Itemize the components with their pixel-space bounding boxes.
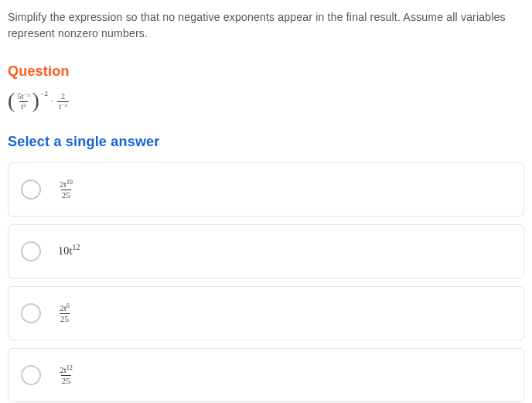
option-3[interactable]: 2t6 25 <box>8 286 524 340</box>
option-1-content: 2t10 25 <box>58 180 74 200</box>
left-paren: ( <box>8 90 15 111</box>
instructions-text: Simplify the expression so that no negat… <box>8 9 524 42</box>
question-heading: Question <box>8 63 524 80</box>
radio-icon <box>21 241 41 261</box>
options-list: 2t10 25 10t12 2t6 25 2t12 25 <box>8 162 524 402</box>
multiply-dot: · <box>51 95 53 107</box>
option-4[interactable]: 2t12 25 <box>8 348 524 402</box>
outer-exponent: −2 <box>40 90 48 97</box>
option-4-content: 2t12 25 <box>58 366 74 385</box>
option-2-content: 10t12 <box>58 245 80 258</box>
radio-icon <box>21 179 41 200</box>
option-3-content: 2t6 25 <box>58 304 71 323</box>
radio-icon <box>21 303 41 323</box>
option-1[interactable]: 2t10 25 <box>8 162 524 217</box>
question-expression: ( 5t−3 t2 ) −2 · 2 t−2 <box>8 91 524 112</box>
radio-icon <box>21 365 41 385</box>
select-answer-heading: Select a single answer <box>8 134 524 150</box>
option-2[interactable]: 10t12 <box>8 224 524 278</box>
second-fraction: 2 t−2 <box>57 93 69 111</box>
right-paren: ) <box>32 90 40 111</box>
inner-fraction: 5t−3 t2 <box>16 93 32 111</box>
